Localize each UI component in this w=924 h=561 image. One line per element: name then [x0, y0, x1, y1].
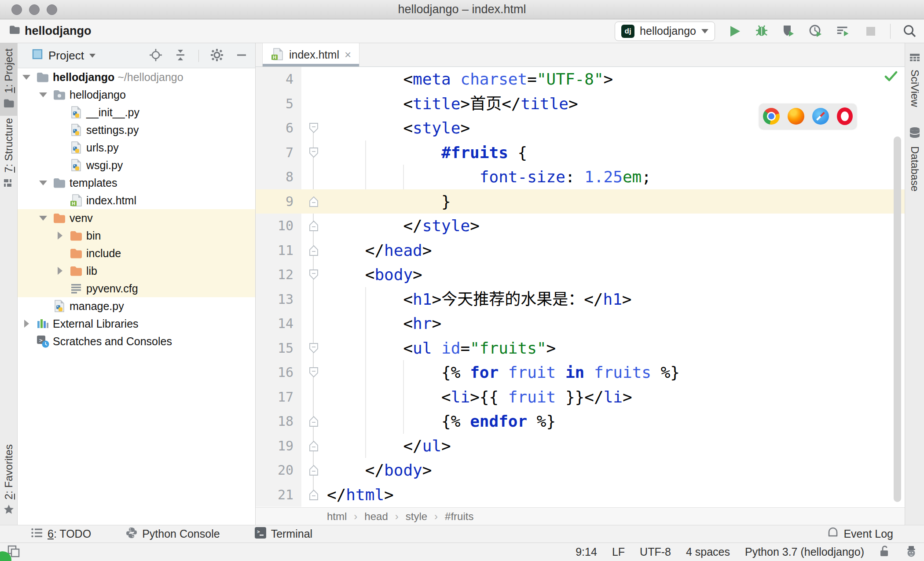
run-configuration-select[interactable]: dj hellodjango	[615, 22, 715, 41]
chrome-browser-icon[interactable]	[763, 108, 780, 125]
code-line-11[interactable]: 11 </head>	[256, 238, 905, 263]
code-line-8[interactable]: 8 font-size: 1.25em;	[256, 165, 905, 189]
chevron-down-icon[interactable]	[38, 213, 48, 223]
main-toolbar: hellodjango dj hellodjango	[0, 19, 924, 43]
tree-item-lib[interactable]: lib	[18, 262, 255, 280]
scratches-icon: >	[36, 335, 49, 348]
tree-item-include[interactable]: include	[18, 244, 255, 262]
run-with-coverage-button[interactable]	[781, 23, 797, 39]
gutter-fold-column	[301, 336, 327, 361]
gutter-fold-column	[301, 434, 327, 458]
status-indent-style[interactable]: 4 spaces	[686, 546, 730, 558]
tab-index-html[interactable]: H index.html ×	[262, 43, 359, 66]
code-line-21[interactable]: 21</html>	[256, 483, 905, 507]
chevron-right-icon[interactable]	[55, 230, 65, 241]
unlocked-icon[interactable]	[879, 545, 891, 560]
inspection-ok-icon[interactable]	[884, 70, 898, 84]
stripe-tab-7-structure[interactable]: 7: Structure	[0, 113, 17, 196]
tree-item-venv[interactable]: venv	[18, 209, 255, 227]
chevron-down-icon[interactable]	[38, 177, 48, 188]
code-editor[interactable]: 4 <meta charset="UTF-8">5 <title>首页</tit…	[256, 67, 905, 507]
code-line-10[interactable]: 10 </style>	[256, 214, 905, 238]
close-window-button[interactable]	[11, 4, 22, 15]
opera-browser-icon[interactable]	[837, 107, 853, 125]
code-line-15[interactable]: 15 <ul id="fruits">	[256, 336, 905, 361]
breadcrumb-item-html[interactable]: html	[327, 510, 347, 523]
breadcrumb-item-fruits[interactable]: #fruits	[445, 510, 473, 523]
chevron-down-icon	[701, 29, 708, 33]
code-text: <ul id="fruits">	[327, 336, 556, 361]
safari-browser-icon[interactable]	[812, 108, 829, 125]
tree-item-manage-py[interactable]: manage.py	[18, 297, 255, 315]
tree-item-external-libraries[interactable]: External Libraries	[18, 315, 255, 332]
tree-item-__init__-py[interactable]: __init__.py	[18, 103, 255, 121]
chevron-down-icon[interactable]	[21, 72, 32, 82]
close-tab-icon[interactable]: ×	[345, 48, 351, 62]
gutter-fold-column	[301, 67, 327, 92]
project-view-icon	[32, 48, 43, 63]
chevron-down-icon[interactable]	[38, 89, 48, 100]
code-text: <body>	[327, 262, 422, 287]
toolwindow-button-6-todo[interactable]: 6: TODO	[31, 527, 91, 541]
code-line-18[interactable]: 18 {% endfor %}	[256, 409, 905, 434]
svg-text:>: >	[257, 529, 260, 535]
status-file-encoding[interactable]: UTF-8	[640, 546, 671, 558]
stripe-tab-1-project[interactable]: 1: Project	[0, 43, 17, 116]
code-line-13[interactable]: 13 <h1>今天推荐的水果是：</h1>	[256, 287, 905, 312]
tree-item-templates[interactable]: templates	[18, 174, 255, 192]
concurrency-diagram-button[interactable]	[836, 23, 851, 39]
code-line-16[interactable]: 16 {% for fruit in fruits %}	[256, 360, 905, 385]
toolwindow-button-event-log[interactable]: Event Log	[827, 526, 893, 542]
code-line-7[interactable]: 7 #fruits {	[256, 140, 905, 165]
stripe-tab-sciview[interactable]: SciView	[905, 47, 924, 112]
toolwindow-button-python-console[interactable]: Python Console	[125, 527, 220, 542]
breadcrumb-item-head[interactable]: head	[364, 510, 388, 523]
search-everywhere-button[interactable]	[902, 23, 918, 39]
settings-gear-icon[interactable]	[210, 48, 224, 63]
project-panel-header: Project	[18, 43, 255, 68]
zoom-window-button[interactable]	[47, 4, 57, 15]
folder-excluded-icon	[70, 229, 83, 242]
status-line-separator[interactable]: LF	[612, 546, 625, 558]
code-line-17[interactable]: 17 <li>{{ fruit }}</li>	[256, 385, 905, 410]
stripe-tab-2-favorites[interactable]: 2: Favorites	[0, 439, 17, 522]
minimize-window-button[interactable]	[29, 4, 40, 15]
code-line-14[interactable]: 14 <hr>	[256, 311, 905, 336]
chevron-right-icon[interactable]	[21, 318, 32, 329]
todo-icon	[31, 527, 43, 541]
editor-scrollbar[interactable]	[894, 137, 901, 502]
hector-icon[interactable]	[906, 545, 917, 560]
project-view-select[interactable]: Project	[32, 48, 95, 63]
code-line-19[interactable]: 19 </ul>	[256, 434, 905, 458]
tree-item-urls-py[interactable]: urls.py	[18, 139, 255, 156]
tree-item-settings-py[interactable]: settings.py	[18, 121, 255, 139]
tree-item-pyvenv-cfg[interactable]: pyvenv.cfg	[18, 280, 255, 297]
code-line-4[interactable]: 4 <meta charset="UTF-8">	[256, 67, 905, 92]
stop-button[interactable]	[863, 23, 879, 39]
select-opened-file-button[interactable]	[149, 48, 162, 63]
status-python-interpreter[interactable]: Python 3.7 (hellodjango)	[745, 546, 864, 558]
tree-item-hellodjango[interactable]: hellodjango ~/hellodjango	[18, 68, 255, 86]
breadcrumb-item-style[interactable]: style	[406, 510, 427, 523]
code-line-12[interactable]: 12 <body>	[256, 262, 905, 287]
tree-item-hellodjango[interactable]: hellodjango	[18, 86, 255, 103]
toolwindow-button-terminal[interactable]: >Terminal	[254, 527, 312, 542]
status-caret-position[interactable]: 9:14	[576, 546, 597, 558]
code-text: </head>	[327, 238, 432, 263]
hide-panel-button[interactable]	[235, 48, 248, 63]
run-button[interactable]	[726, 23, 742, 39]
tree-item-bin[interactable]: bin	[18, 227, 255, 244]
tree-item-scratches-and-consoles[interactable]: >Scratches and Consoles	[18, 332, 255, 350]
collapse-all-button[interactable]	[174, 48, 187, 63]
stripe-tab-database[interactable]: Database	[905, 122, 924, 197]
code-line-20[interactable]: 20 </body>	[256, 458, 905, 483]
profile-button[interactable]	[808, 23, 824, 39]
tree-item-wsgi-py[interactable]: wsgi.py	[18, 156, 255, 174]
line-number: 13	[256, 287, 301, 312]
code-line-9[interactable]: 9 }	[256, 189, 905, 214]
firefox-browser-icon[interactable]	[788, 108, 804, 125]
debug-button[interactable]	[754, 23, 770, 39]
chevron-right-icon[interactable]	[55, 266, 65, 276]
tree-item-index-html[interactable]: Hindex.html	[18, 192, 255, 209]
line-number: 7	[256, 140, 301, 165]
